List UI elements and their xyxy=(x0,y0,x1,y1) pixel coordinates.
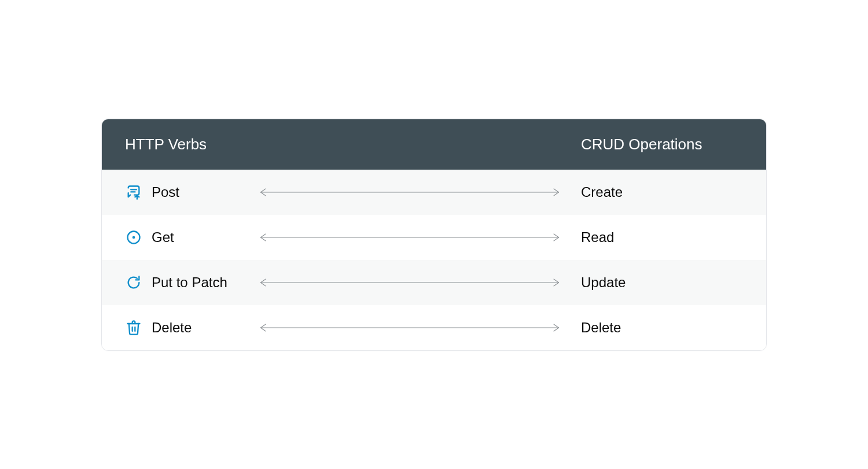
crud-operation-label: Delete xyxy=(581,320,743,336)
crud-operation-label: Update xyxy=(581,274,743,291)
message-share-icon xyxy=(125,184,142,201)
svg-point-4 xyxy=(133,236,135,239)
http-verb-label: Post xyxy=(152,184,238,200)
record-dot-icon xyxy=(125,229,142,246)
header-left-label: HTTP Verbs xyxy=(125,135,207,153)
table-row: Post Create xyxy=(102,170,766,215)
http-crud-table: HTTP Verbs CRUD Operations Post xyxy=(101,119,767,351)
table-row: Delete Delete xyxy=(102,305,766,350)
table-header: HTTP Verbs CRUD Operations xyxy=(102,119,766,170)
bidirectional-arrow-icon xyxy=(256,279,564,287)
table-row: Get Read xyxy=(102,215,766,260)
trash-icon xyxy=(125,319,142,336)
header-right-label: CRUD Operations xyxy=(581,135,743,153)
http-verb-label: Delete xyxy=(152,320,238,336)
http-verb-label: Put to Patch xyxy=(152,274,238,291)
table-row: Put to Patch Update xyxy=(102,260,766,305)
crud-operation-label: Create xyxy=(581,184,743,200)
bidirectional-arrow-icon xyxy=(256,233,564,241)
bidirectional-arrow-icon xyxy=(256,188,564,196)
crud-operation-label: Read xyxy=(581,229,743,246)
refresh-icon xyxy=(125,274,142,291)
http-verb-label: Get xyxy=(152,229,238,246)
bidirectional-arrow-icon xyxy=(256,324,564,332)
